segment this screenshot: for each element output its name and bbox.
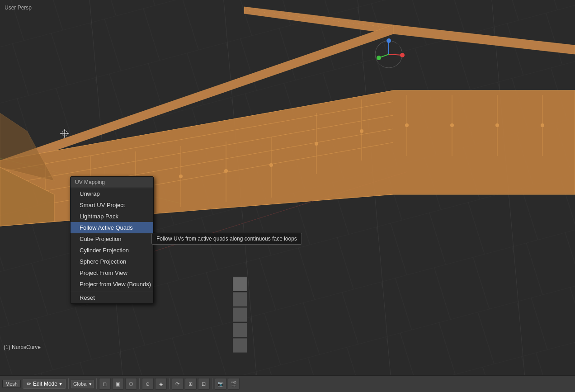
mini-obj-1 <box>233 292 247 307</box>
menu-item-lightmap[interactable]: Lightmap Pack <box>71 211 153 222</box>
svg-point-37 <box>541 123 544 127</box>
svg-point-35 <box>450 123 454 127</box>
toolbar-icon-9[interactable]: 📷 <box>215 378 226 390</box>
toolbar-transform-select[interactable]: Global ▾ <box>71 380 94 388</box>
svg-point-36 <box>495 123 499 127</box>
viewport-label: User Persp <box>5 5 32 11</box>
svg-point-44 <box>400 53 405 57</box>
toolbar-icon-3[interactable]: ⬡ <box>125 378 137 390</box>
mini-obj-top <box>233 277 247 291</box>
toolbar-icon-5[interactable]: ◈ <box>155 378 167 390</box>
menu-item-project-view[interactable]: Project From View <box>71 267 153 279</box>
menu-item-follow-active[interactable]: Follow Active Quads <box>71 222 153 233</box>
editmode-chevron: ▾ <box>59 381 62 387</box>
mini-object-stack <box>233 277 247 353</box>
svg-point-29 <box>179 175 183 178</box>
menu-item-sphere-proj[interactable]: Sphere Projection <box>71 256 153 267</box>
mini-obj-2 <box>233 307 247 322</box>
uv-mapping-menu: UV Mapping Unwrap Smart UV Project Light… <box>70 176 154 304</box>
3d-cursor <box>60 129 69 138</box>
menu-item-unwrap[interactable]: Unwrap <box>71 188 153 199</box>
menu-item-reset[interactable]: Reset <box>71 292 153 303</box>
toolbar-sep-5 <box>212 378 212 389</box>
svg-point-46 <box>377 56 381 60</box>
toolbar-icon-7[interactable]: ⊞ <box>185 378 197 390</box>
toolbar-sep-4 <box>169 378 170 389</box>
mini-obj-4 <box>233 338 247 353</box>
object-info: (1) NurbsCurve <box>4 344 41 350</box>
toolbar-sep-3 <box>139 378 140 389</box>
toolbar-sep-1 <box>68 378 69 389</box>
bottom-toolbar: Mesh ✏ Edit Mode ▾ Global ▾ ◻ ▣ ⬡ ⊙ ◈ ⟳ … <box>0 375 575 392</box>
toolbar-editmode-btn[interactable]: ✏ Edit Mode ▾ <box>23 379 66 389</box>
menu-title: UV Mapping <box>71 177 153 188</box>
svg-point-34 <box>405 123 409 127</box>
toolbar-icon-1[interactable]: ◻ <box>99 378 111 390</box>
toolbar-icon-6[interactable]: ⟳ <box>172 378 184 390</box>
mini-obj-3 <box>233 323 247 337</box>
svg-point-33 <box>360 129 363 133</box>
svg-point-31 <box>269 163 273 167</box>
editmode-icon: ✏ <box>27 381 31 387</box>
menu-item-smart-uv[interactable]: Smart UV Project <box>71 199 153 211</box>
menu-item-cube-proj[interactable]: Cube Projection <box>71 233 153 245</box>
toolbar-icon-4[interactable]: ⊙ <box>142 378 154 390</box>
svg-point-42 <box>386 38 391 43</box>
svg-point-32 <box>315 142 318 146</box>
gizmo-svg <box>371 36 407 72</box>
menu-item-cylinder-proj[interactable]: Cylinder Projection <box>71 245 153 256</box>
menu-item-project-bounds[interactable]: Project from View (Bounds) <box>71 279 153 290</box>
svg-point-30 <box>224 169 228 173</box>
toolbar-mesh-btn[interactable]: Mesh <box>2 380 21 388</box>
toolbar-icon-2[interactable]: ▣ <box>112 378 124 390</box>
tooltip-follow-active: Follow UVs from active quads along conti… <box>151 233 302 245</box>
editmode-label: Edit Mode <box>33 381 57 387</box>
toolbar-icon-8[interactable]: ⊡ <box>198 378 210 390</box>
viewport-gizmo[interactable] <box>371 36 407 72</box>
toolbar-icon-10[interactable]: 🎬 <box>228 378 240 390</box>
toolbar-sep-2 <box>96 378 97 389</box>
